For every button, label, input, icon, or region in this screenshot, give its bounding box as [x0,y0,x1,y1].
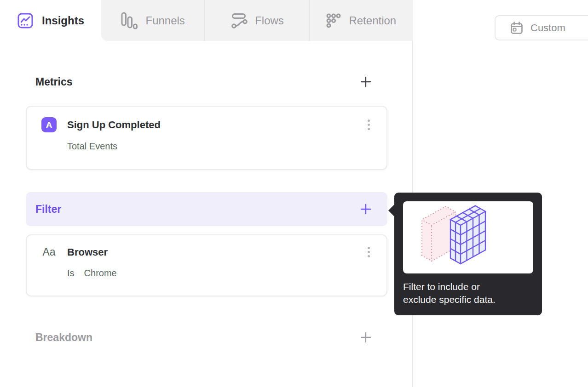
tab-flows[interactable]: Flows [204,0,308,41]
tab-label: Flows [255,14,284,27]
filter-section-header[interactable]: Filter [26,192,387,226]
add-metric-plus-icon[interactable] [360,76,372,88]
filter-value[interactable]: Chrome [84,268,117,279]
date-range-label: Custom [530,22,565,34]
tab-label: Funnels [145,14,184,27]
metrics-heading: Metrics [35,76,73,88]
kebab-menu-icon[interactable] [366,245,372,259]
filter-cube-illustration [403,201,533,273]
tab-label: Insights [42,14,84,27]
add-breakdown-plus-icon[interactable] [360,331,372,343]
metric-aggregation-label[interactable]: Total Events [67,141,117,152]
breakdown-heading: Breakdown [35,331,92,344]
date-range-custom-button[interactable]: Custom [495,15,588,40]
add-filter-plus-icon[interactable] [360,203,372,215]
tab-funnels[interactable]: Funnels [101,0,204,41]
metric-event-card[interactable]: A Sign Up Completed Total Events [26,106,387,170]
insights-chart-icon [17,12,34,29]
metric-badge: A [41,117,57,132]
filter-operator[interactable]: Is [67,268,75,279]
flows-wave-icon [230,12,248,29]
filter-property-title: Browser [67,246,108,258]
retention-dots-icon [326,13,341,28]
insights-builder-page: Insights Funnels Flows [0,0,588,387]
tab-strip: Funnels Flows [101,0,413,41]
calendar-icon [510,21,524,35]
tab-insights[interactable]: Insights [0,0,101,41]
string-property-icon: Aa [41,246,57,258]
kebab-menu-icon[interactable] [366,118,372,132]
tab-retention[interactable]: Retention [309,0,413,41]
metrics-section-header: Metrics [26,73,387,91]
funnels-bars-icon [121,11,138,30]
filter-heading: Filter [35,203,61,216]
tooltip-text: Filter to include or exclude specific da… [403,280,533,306]
breakdown-section-header: Breakdown [26,328,387,347]
tooltip-arrow [388,204,395,217]
filter-property-card[interactable]: Aa Browser Is Chrome [26,234,387,296]
metric-event-title: Sign Up Completed [67,119,161,131]
filter-tooltip: Filter to include or exclude specific da… [394,193,542,315]
tab-label: Retention [349,14,396,27]
